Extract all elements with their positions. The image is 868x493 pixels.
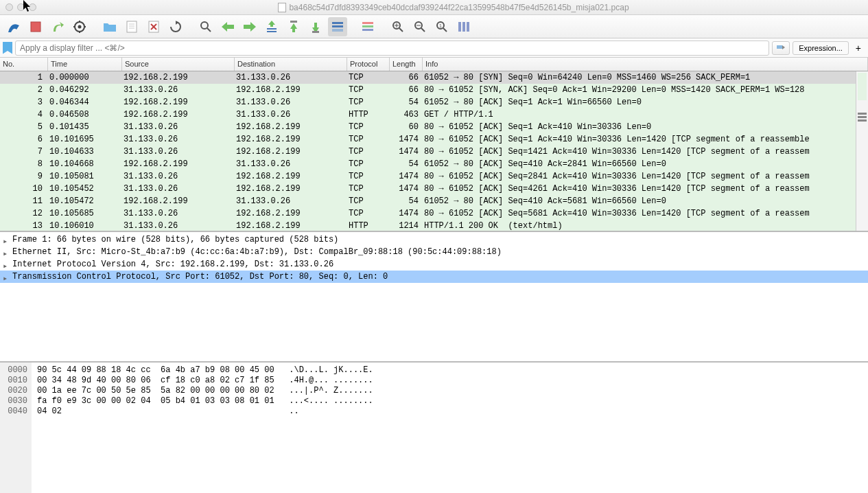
packet-row[interactable]: 810.104668192.168.2.19931.133.0.26TCP546…: [0, 158, 868, 170]
display-filter-input[interactable]: [15, 41, 769, 56]
packet-row[interactable]: 1110.105472192.168.2.19931.133.0.26TCP54…: [0, 195, 868, 207]
document-icon: [278, 3, 286, 12]
reload-icon[interactable]: [166, 17, 185, 36]
packet-bytes[interactable]: 0000 0010 0020 0030 0040 90 5c 44 09 88 …: [0, 363, 868, 493]
expand-icon[interactable]: ▸: [3, 236, 10, 243]
packet-details[interactable]: ▸Frame 1: 66 bytes on wire (528 bits), 6…: [0, 232, 868, 363]
svg-rect-24: [362, 25, 373, 27]
svg-rect-25: [362, 29, 373, 31]
titlebar: ba468c54d7dfd8393349ceb40dcdaf939244f22c…: [0, 0, 868, 15]
minimize-window-icon[interactable]: [17, 3, 25, 11]
close-window-icon[interactable]: [5, 3, 13, 11]
detail-row[interactable]: ▸Transmission Control Protocol, Src Port…: [0, 271, 868, 283]
svg-line-27: [399, 28, 403, 32]
col-protocol: Protocol: [347, 58, 390, 71]
close-file-icon[interactable]: [144, 17, 163, 36]
svg-point-2: [78, 25, 82, 28]
go-back-icon[interactable]: [218, 17, 237, 36]
stop-capture-icon[interactable]: [26, 17, 45, 36]
packet-row[interactable]: 610.10169531.133.0.26192.168.2.199TCP147…: [0, 133, 868, 146]
packet-row[interactable]: 10.000000192.168.2.19931.133.0.26TCP6661…: [0, 71, 868, 84]
packet-row[interactable]: 1010.10545231.133.0.26192.168.2.199TCP14…: [0, 183, 868, 195]
open-file-icon[interactable]: [100, 17, 119, 36]
svg-rect-7: [127, 21, 137, 32]
go-to-packet-icon[interactable]: [262, 17, 281, 36]
packet-row[interactable]: 710.10463331.133.0.26192.168.2.199TCP147…: [0, 146, 868, 158]
svg-rect-17: [267, 31, 277, 32]
svg-rect-0: [31, 22, 40, 32]
svg-rect-19: [312, 31, 319, 33]
window-title: ba468c54d7dfd8393349ceb40dcdaf939244f22c…: [45, 3, 863, 12]
col-info: Info: [423, 58, 868, 71]
svg-text:1: 1: [439, 23, 442, 28]
add-filter-button[interactable]: +: [852, 43, 865, 54]
detail-row[interactable]: ▸Ethernet II, Src: Micro-St_4b:a7:b9 (4c…: [0, 246, 868, 258]
packet-row[interactable]: 30.046344192.168.2.19931.133.0.26TCP5461…: [0, 96, 868, 108]
find-icon[interactable]: [196, 17, 215, 36]
svg-rect-16: [267, 28, 277, 30]
hex-bytes: 90 5c 44 09 88 18 4c cc 6a 4b a7 b9 08 0…: [32, 363, 868, 493]
bookmark-icon[interactable]: [3, 42, 12, 54]
filter-bar: Expression... +: [0, 38, 868, 58]
colorize-icon[interactable]: [358, 17, 377, 36]
svg-rect-39: [777, 45, 782, 49]
svg-rect-38: [467, 22, 469, 32]
svg-point-14: [201, 22, 208, 29]
packet-row[interactable]: 1310.10601031.133.0.26192.168.2.199HTTP1…: [0, 220, 868, 232]
svg-rect-22: [332, 29, 343, 32]
svg-rect-23: [362, 22, 373, 24]
toolbar: 1: [0, 15, 868, 38]
capture-options-icon[interactable]: [70, 17, 89, 36]
go-first-icon[interactable]: [284, 17, 303, 36]
packet-row[interactable]: 50.10143531.133.0.26192.168.2.199TCP6080…: [0, 121, 868, 133]
svg-rect-18: [290, 21, 297, 23]
svg-rect-21: [332, 25, 343, 27]
packet-list-header[interactable]: No. Time Source Destination Protocol Len…: [0, 58, 868, 71]
go-forward-icon[interactable]: [240, 17, 259, 36]
zoom-reset-icon[interactable]: 1: [432, 17, 451, 36]
packet-row[interactable]: 910.10508131.133.0.26192.168.2.199TCP147…: [0, 170, 868, 183]
svg-line-34: [443, 28, 447, 32]
zoom-out-icon[interactable]: [410, 17, 430, 36]
packet-overview-scrollbar[interactable]: [856, 71, 868, 231]
svg-line-31: [421, 28, 425, 32]
svg-line-15: [207, 28, 211, 32]
resize-columns-icon[interactable]: [454, 17, 473, 36]
packet-row[interactable]: 20.04629231.133.0.26192.168.2.199TCP6680…: [0, 84, 868, 96]
col-length: Length: [390, 58, 423, 71]
packet-row[interactable]: 1210.10568531.133.0.26192.168.2.199TCP14…: [0, 207, 868, 220]
col-no: No.: [0, 58, 48, 71]
packet-list[interactable]: 10.000000192.168.2.19931.133.0.26TCP6661…: [0, 71, 868, 232]
detail-row[interactable]: ▸Internet Protocol Version 4, Src: 192.1…: [0, 258, 868, 271]
filter-dropdown-icon[interactable]: [772, 41, 790, 55]
packet-row[interactable]: 40.046508192.168.2.19931.133.0.26HTTP463…: [0, 108, 868, 121]
col-time: Time: [48, 58, 122, 71]
col-destination: Destination: [235, 58, 347, 71]
go-last-icon[interactable]: [306, 17, 325, 36]
expand-icon[interactable]: ▸: [3, 261, 10, 268]
svg-rect-36: [458, 22, 461, 32]
zoom-window-icon[interactable]: [29, 3, 36, 11]
restart-capture-icon[interactable]: [48, 17, 67, 36]
expand-icon[interactable]: ▸: [3, 273, 10, 280]
svg-rect-20: [332, 22, 343, 24]
auto-scroll-icon[interactable]: [328, 17, 347, 36]
shark-fin-icon[interactable]: [4, 17, 23, 36]
hex-offsets: 0000 0010 0020 0030 0040: [0, 363, 32, 493]
expand-icon[interactable]: ▸: [3, 249, 10, 255]
zoom-in-icon[interactable]: [388, 17, 408, 36]
col-source: Source: [122, 58, 235, 71]
svg-rect-37: [462, 22, 465, 32]
save-file-icon[interactable]: [122, 17, 141, 36]
window-controls[interactable]: [5, 3, 36, 11]
detail-row[interactable]: ▸Frame 1: 66 bytes on wire (528 bits), 6…: [0, 233, 868, 246]
expression-button[interactable]: Expression...: [793, 41, 849, 55]
